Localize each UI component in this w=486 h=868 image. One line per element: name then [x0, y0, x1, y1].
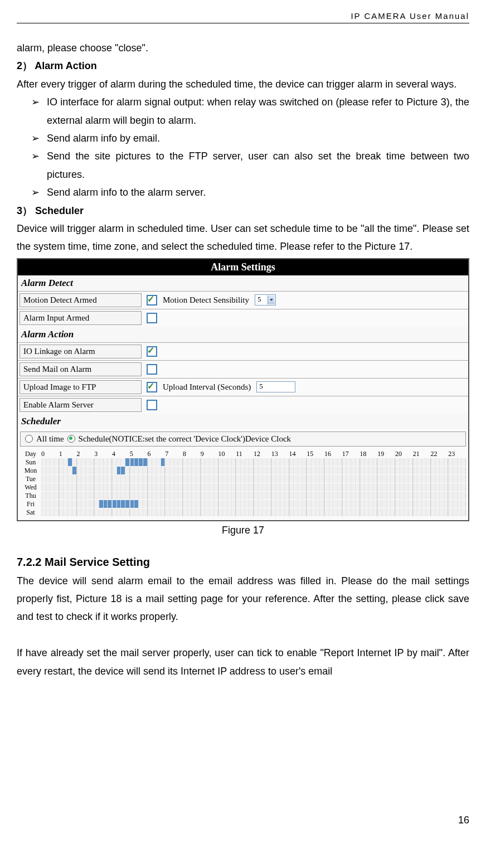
schedule-cell[interactable]	[196, 483, 200, 491]
schedule-cell[interactable]	[103, 475, 108, 483]
schedule-cell[interactable]	[307, 483, 311, 491]
schedule-cell[interactable]	[209, 475, 213, 483]
schedule-cell[interactable]	[54, 458, 59, 466]
schedule-cell[interactable]	[41, 467, 46, 474]
schedule-cell[interactable]	[46, 458, 50, 466]
schedule-cell[interactable]	[395, 475, 400, 483]
schedule-cell[interactable]	[448, 492, 453, 500]
schedule-cell[interactable]	[395, 500, 400, 508]
schedule-cell[interactable]	[435, 458, 439, 466]
schedule-cell[interactable]	[99, 500, 103, 508]
schedule-cell[interactable]	[103, 492, 108, 500]
schedule-cell[interactable]	[218, 508, 223, 516]
schedule-cell[interactable]	[90, 500, 94, 508]
schedule-cell[interactable]	[72, 508, 76, 516]
schedule-cell[interactable]	[400, 483, 404, 491]
schedule-cell[interactable]	[187, 508, 192, 516]
schedule-cell[interactable]	[254, 492, 258, 500]
schedule-cell[interactable]	[94, 475, 99, 483]
schedule-cell[interactable]	[461, 508, 465, 516]
schedule-cell[interactable]	[165, 458, 169, 466]
schedule-cell[interactable]	[457, 500, 461, 508]
schedule-cell[interactable]	[50, 492, 54, 500]
schedule-cell[interactable]	[368, 508, 373, 516]
schedule-cell[interactable]	[329, 475, 333, 483]
schedule-cell[interactable]	[373, 475, 377, 483]
schedule-cell[interactable]	[46, 508, 50, 516]
schedule-cell[interactable]	[161, 458, 165, 466]
schedule-cell[interactable]	[417, 483, 421, 491]
schedule-cell[interactable]	[417, 492, 421, 500]
schedule-cell[interactable]	[107, 483, 111, 491]
schedule-cell[interactable]	[404, 492, 408, 500]
schedule-cell[interactable]	[152, 492, 156, 500]
schedule-cell[interactable]	[240, 458, 245, 466]
schedule-cell[interactable]	[360, 483, 365, 491]
schedule-cell[interactable]	[85, 492, 90, 500]
schedule-cell[interactable]	[156, 458, 161, 466]
schedule-cell[interactable]	[439, 483, 444, 491]
schedule-cell[interactable]	[413, 508, 417, 516]
schedule-cell[interactable]	[183, 475, 187, 483]
schedule-cell[interactable]	[205, 458, 209, 466]
schedule-cell[interactable]	[112, 467, 116, 474]
schedule-cell[interactable]	[134, 458, 138, 466]
schedule-cell[interactable]	[453, 483, 457, 491]
schedule-cell[interactable]	[116, 508, 121, 516]
schedule-cell[interactable]	[213, 500, 218, 508]
schedule-cell[interactable]	[143, 458, 147, 466]
schedule-cell[interactable]	[329, 483, 333, 491]
schedule-cell[interactable]	[400, 475, 404, 483]
schedule-cell[interactable]	[355, 483, 359, 491]
schedule-cell[interactable]	[112, 483, 116, 491]
schedule-cell[interactable]	[240, 500, 245, 508]
schedule-cell[interactable]	[421, 458, 426, 466]
schedule-cell[interactable]	[417, 458, 421, 466]
schedule-cell[interactable]	[377, 508, 382, 516]
schedule-cell[interactable]	[271, 458, 276, 466]
schedule-cell[interactable]	[289, 467, 294, 474]
schedule-cell[interactable]	[169, 467, 174, 474]
schedule-cell[interactable]	[329, 467, 333, 474]
schedule-cell[interactable]	[178, 492, 182, 500]
schedule-cell[interactable]	[205, 500, 209, 508]
schedule-cell[interactable]	[231, 508, 236, 516]
schedule-cell[interactable]	[191, 483, 196, 491]
schedule-cell[interactable]	[311, 458, 315, 466]
schedule-cell[interactable]	[382, 467, 386, 474]
schedule-cell[interactable]	[319, 467, 324, 474]
schedule-cell[interactable]	[311, 492, 315, 500]
schedule-cell[interactable]	[99, 467, 103, 474]
schedule-cell[interactable]	[324, 492, 329, 500]
schedule-cell[interactable]	[85, 483, 90, 491]
schedule-cell[interactable]	[116, 467, 121, 474]
schedule-cell[interactable]	[408, 492, 412, 500]
schedule-cell[interactable]	[400, 492, 404, 500]
schedule-cell[interactable]	[205, 483, 209, 491]
schedule-cell[interactable]	[329, 500, 333, 508]
schedule-cell[interactable]	[298, 475, 302, 483]
schedule-cell[interactable]	[315, 508, 320, 516]
schedule-cell[interactable]	[448, 458, 453, 466]
schedule-cell[interactable]	[94, 467, 99, 474]
schedule-cell[interactable]	[404, 475, 408, 483]
schedule-cell[interactable]	[461, 475, 465, 483]
schedule-cell[interactable]	[448, 508, 453, 516]
schedule-cell[interactable]	[143, 483, 147, 491]
schedule-cell[interactable]	[364, 475, 368, 483]
schedule-cell[interactable]	[50, 500, 54, 508]
schedule-cell[interactable]	[120, 458, 125, 466]
schedule-cell[interactable]	[138, 458, 143, 466]
schedule-cell[interactable]	[413, 500, 417, 508]
schedule-cell[interactable]	[262, 475, 266, 483]
schedule-cell[interactable]	[444, 458, 448, 466]
schedule-cell[interactable]	[236, 458, 240, 466]
schedule-cell[interactable]	[293, 500, 298, 508]
schedule-cell[interactable]	[67, 483, 72, 491]
schedule-cell[interactable]	[85, 475, 90, 483]
schedule-cell[interactable]	[72, 458, 76, 466]
schedule-cell[interactable]	[439, 492, 444, 500]
schedule-cell[interactable]	[390, 508, 395, 516]
schedule-cell[interactable]	[161, 500, 165, 508]
schedule-cell[interactable]	[280, 475, 284, 483]
